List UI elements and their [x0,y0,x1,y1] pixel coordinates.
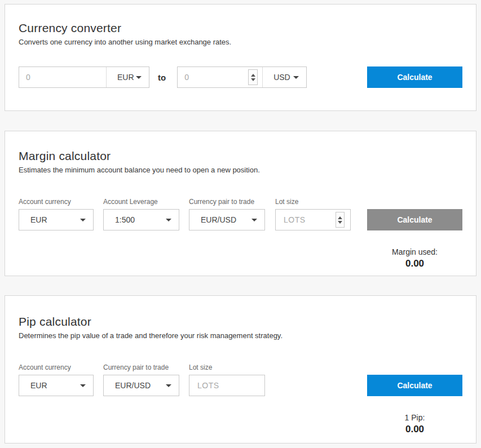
margin-result-label: Margin used: [367,247,462,256]
pip-currency-pair-select[interactable]: EUR/USD [103,375,179,396]
spinner-down-icon[interactable] [251,78,255,81]
chevron-down-icon [166,219,171,221]
spinner-up-icon[interactable] [251,74,255,77]
account-currency-value: EUR [30,381,47,390]
account-currency-label: Account currency [19,363,94,371]
currency-pair-value: EUR/USD [115,381,151,390]
converter-calculate-button[interactable]: Calculate [367,66,462,88]
margin-calculate-button[interactable]: Calculate [367,209,462,230]
margin-account-leverage-select[interactable]: 1:500 [103,209,179,230]
margin-result: Margin used: 0.00 [367,247,462,269]
to-amount-stepper[interactable] [248,69,258,85]
pip-calculator-subtitle: Determines the pip value of a trade and … [19,331,462,340]
account-currency-value: EUR [30,215,47,224]
pip-lot-size-field: Lot size [189,363,265,396]
currency-converter-subtitle: Converts one currency into another using… [19,38,462,46]
spinner-up-icon[interactable] [338,216,342,219]
currency-converter-panel: Currency converter Converts one currency… [5,4,476,111]
margin-lot-size-field: Lot size [275,198,351,230]
margin-fields-row: Account currency EUR Account Leverage 1:… [19,198,462,230]
chevron-down-icon [80,219,86,221]
to-label: to [158,73,166,82]
spinner-down-icon[interactable] [338,221,342,224]
from-amount-group: EUR [19,66,149,88]
pip-calculator-panel: Pip calculator Determines the pip value … [5,295,476,443]
account-currency-label: Account currency [19,198,94,206]
pip-account-currency-field: Account currency EUR [19,363,94,396]
pip-result-value: 0.00 [367,424,462,435]
from-currency-value: EUR [117,73,134,82]
lot-size-label: Lot size [275,198,351,206]
to-amount-group: USD [177,66,307,88]
margin-currency-pair-select[interactable]: EUR/USD [189,209,265,230]
chevron-down-icon [136,76,142,79]
chevron-down-icon [293,76,299,79]
from-amount-wrap [19,67,106,87]
to-amount-input[interactable] [178,67,248,87]
to-currency-value: USD [273,73,290,82]
margin-lot-size-stepper[interactable] [336,212,345,228]
margin-calculator-title: Margin calculator [19,149,462,163]
pip-result-label: 1 Pip: [367,413,462,422]
account-leverage-value: 1:500 [115,215,135,224]
pip-calculator-title: Pip calculator [19,315,462,329]
chevron-down-icon [80,384,86,387]
to-amount-wrap [178,67,262,87]
margin-lot-size-box [275,209,351,230]
from-amount-input[interactable] [19,67,106,87]
currency-pair-label: Currency pair to trade [189,198,265,206]
margin-account-leverage-field: Account Leverage 1:500 [103,198,179,230]
chevron-down-icon [166,384,171,387]
pip-calculate-button[interactable]: Calculate [367,375,462,396]
chevron-down-icon [251,219,257,221]
pip-lot-size-box [189,375,265,396]
from-currency-select[interactable]: EUR [106,67,149,87]
margin-lot-size-input[interactable] [276,210,336,230]
margin-currency-pair-field: Currency pair to trade EUR/USD [189,198,265,230]
lot-size-label: Lot size [189,363,265,371]
to-currency-select[interactable]: USD [262,67,306,87]
margin-calculator-panel: Margin calculator Estimates the minimum … [5,131,476,276]
pip-account-currency-select[interactable]: EUR [19,375,94,396]
margin-result-value: 0.00 [367,258,462,269]
pip-fields-row: Account currency EUR Currency pair to tr… [19,363,462,396]
currency-converter-title: Currency converter [19,21,462,35]
margin-calculator-subtitle: Estimates the minimum account balance yo… [19,166,462,174]
currency-pair-label: Currency pair to trade [103,363,179,371]
converter-row: EUR to USD Calculate [19,66,462,88]
pip-lot-size-input[interactable] [189,375,264,396]
currency-pair-value: EUR/USD [201,215,236,224]
account-leverage-label: Account Leverage [103,198,179,206]
margin-account-currency-select[interactable]: EUR [19,209,94,230]
margin-account-currency-field: Account currency EUR [19,198,94,230]
pip-result: 1 Pip: 0.00 [367,413,462,435]
pip-currency-pair-field: Currency pair to trade EUR/USD [103,363,179,396]
